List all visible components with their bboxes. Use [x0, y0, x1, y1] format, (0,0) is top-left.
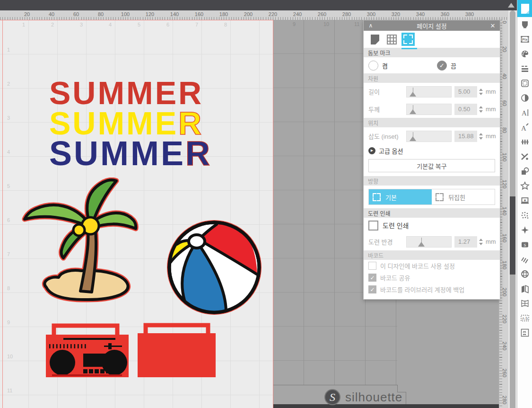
- glyph-select-icon[interactable]: A b: [517, 310, 532, 325]
- ruler-tick-label: 180: [219, 11, 228, 17]
- pixscan-icon[interactable]: Pix: [517, 32, 532, 46]
- inset-row: 삽도 (inset) 15.88 mm: [364, 127, 500, 145]
- summer-text-group[interactable]: SUMMERSUMMERSUMMER: [49, 78, 212, 169]
- radio-on[interactable]: 켬: [368, 61, 388, 71]
- barcode-share-checkbox[interactable]: ✓: [368, 274, 376, 282]
- vertical-scrollbar[interactable]: [508, 10, 517, 408]
- flip-pages-icon[interactable]: [517, 281, 532, 296]
- ruler-tick-label: 160: [195, 11, 203, 17]
- grid-number: 9: [293, 21, 296, 27]
- eraser-knife-icon[interactable]: [517, 149, 532, 164]
- summer-outlined-r: R: [185, 134, 212, 172]
- bleed-checkbox-row[interactable]: 도련 인쇄: [364, 218, 500, 233]
- sketch-icon[interactable]: [517, 252, 532, 266]
- inset-slider[interactable]: [406, 131, 452, 142]
- boombox-art[interactable]: [44, 322, 131, 381]
- length-slider[interactable]: [406, 86, 452, 98]
- text-style-icon[interactable]: A: [517, 105, 532, 120]
- scroll-up-arrow[interactable]: [506, 1, 516, 9]
- barcode-backup-row[interactable]: ✓ 바코드를 라이브러리 계정에 백업: [364, 284, 500, 295]
- palm-tree-art[interactable]: [17, 177, 139, 308]
- grid-number: 5: [138, 22, 140, 27]
- cut-settings-icon[interactable]: [517, 17, 532, 32]
- scrollbar-thumb[interactable]: [510, 196, 515, 275]
- bleed-radius-value[interactable]: 1.27: [454, 236, 477, 248]
- section-regmarks: 돔보 마크: [364, 48, 500, 57]
- grid-number: 5: [7, 183, 10, 189]
- length-row: 길이 5.00 mm: [364, 83, 500, 100]
- length-spinner[interactable]: [479, 89, 483, 95]
- fill-pattern-icon[interactable]: [517, 76, 532, 90]
- direction-flipped-button[interactable]: 뒤집힌: [432, 189, 495, 204]
- inset-value[interactable]: 15.88: [454, 131, 477, 142]
- section-direction: 방향: [364, 176, 500, 186]
- offset-icon[interactable]: [517, 178, 532, 193]
- barcode-enable-checkbox[interactable]: [368, 262, 376, 270]
- ruler-tick-label: 120: [146, 11, 154, 17]
- nesting-icon[interactable]: [517, 325, 532, 340]
- ruler-tick-label: 300: [367, 11, 375, 17]
- bleed-radius-spinner[interactable]: [479, 239, 483, 245]
- page-setup-icon[interactable]: [517, 0, 532, 17]
- ruler-tick-label: 240: [293, 11, 302, 17]
- svg-text:A b: A b: [522, 316, 528, 320]
- grid-number: 8: [7, 285, 10, 291]
- pinwheel-icon[interactable]: [517, 222, 532, 237]
- barcode-backup-checkbox[interactable]: ✓: [368, 285, 376, 293]
- thickness-value[interactable]: 0.50: [454, 104, 477, 115]
- grid-number: 8: [224, 22, 227, 27]
- silhouette-logo-text: silhouette: [345, 390, 402, 405]
- stipple-icon[interactable]: [517, 208, 532, 222]
- thickness-slider[interactable]: [406, 104, 452, 115]
- inset-spinner[interactable]: [479, 133, 483, 140]
- ruler-tick-label: 180: [502, 261, 507, 269]
- collapse-icon[interactable]: ∧: [364, 22, 378, 29]
- ruler-tick-label: 220: [269, 11, 277, 17]
- 3d-weave-icon[interactable]: [517, 266, 532, 281]
- svg-text:S: S: [523, 242, 526, 247]
- radio-off[interactable]: ✓ 끔: [437, 61, 456, 71]
- silhouette-logo-icon: S: [324, 389, 340, 405]
- boombox-silhouette-art[interactable]: [136, 322, 218, 380]
- bleed-checkbox[interactable]: [368, 221, 378, 231]
- bleed-radius-slider[interactable]: [406, 236, 452, 248]
- thickness-spinner[interactable]: [479, 106, 483, 113]
- barcode-share-row[interactable]: ✓ 바코드 공유: [364, 272, 500, 284]
- line-style-icon[interactable]: [517, 61, 532, 76]
- tab-grid[interactable]: [385, 33, 398, 46]
- summer-text-line[interactable]: SUMMER: [49, 78, 212, 108]
- tab-page-setup[interactable]: [368, 33, 382, 46]
- mat-edge: [273, 385, 397, 385]
- tab-registration-marks[interactable]: [401, 33, 415, 46]
- length-value[interactable]: 5.00: [454, 86, 477, 98]
- glyphs-icon[interactable]: A: [517, 120, 532, 134]
- thickness-row: 두께 0.50 mm: [364, 100, 500, 118]
- restore-defaults-button[interactable]: 기본값 복구: [368, 159, 495, 172]
- grid-number: 9: [7, 319, 10, 325]
- ruler-tick-label: 240: [502, 342, 507, 350]
- close-icon[interactable]: ✕: [486, 22, 500, 29]
- radio-off-circle[interactable]: ✓: [437, 61, 447, 71]
- page-icon: [521, 4, 529, 14]
- vertical-ruler: 020406080100120140160180200220240260280: [499, 20, 509, 408]
- ruler-tick-label: 140: [502, 207, 507, 215]
- advanced-options[interactable]: ▶ 고급 옵션: [364, 145, 500, 156]
- ruler-tick-label: 200: [244, 11, 253, 17]
- color-palette-icon[interactable]: [517, 46, 532, 61]
- summer-text-line[interactable]: SUMMER: [49, 138, 212, 169]
- character-spacing-icon[interactable]: [517, 134, 532, 149]
- beach-ball-art[interactable]: [166, 219, 264, 317]
- send-style-icon[interactable]: ♥: [517, 193, 532, 208]
- summer-text-line[interactable]: SUMMER: [49, 108, 212, 138]
- trace-icon[interactable]: [517, 90, 532, 105]
- rhinestone-icon[interactable]: S: [517, 237, 532, 252]
- panel-header: ∧ 페이지 설정 ✕: [364, 20, 500, 31]
- ruler-tick-label: 220: [502, 315, 507, 323]
- tab-underline: [401, 48, 417, 49]
- modify-icon[interactable]: [517, 164, 532, 178]
- radio-on-circle[interactable]: [368, 61, 378, 71]
- direction-default-button[interactable]: 기본: [369, 189, 432, 204]
- warp-icon[interactable]: [517, 296, 532, 310]
- section-barcode: 바코드: [364, 250, 500, 260]
- barcode-enable-row[interactable]: 이 디자인에 바코드 사용 설정: [364, 260, 500, 272]
